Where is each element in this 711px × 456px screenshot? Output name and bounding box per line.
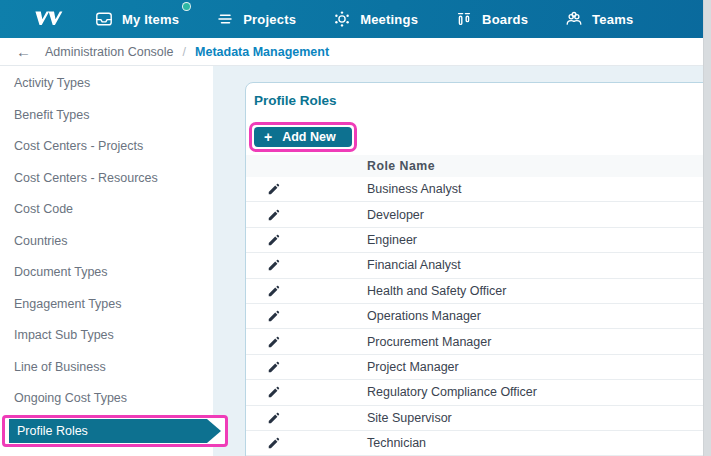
nav-item-boards[interactable]: Boards xyxy=(455,10,528,28)
boards-icon xyxy=(455,10,473,28)
edit-pencil-icon[interactable] xyxy=(267,182,281,196)
edit-pencil-icon[interactable] xyxy=(267,233,281,247)
sidebar-item-document-types[interactable]: Document Types xyxy=(0,257,213,289)
table-row[interactable]: Business Analyst xyxy=(246,177,711,202)
sidebar-item-cost-centers-resources[interactable]: Cost Centers - Resources xyxy=(0,163,213,195)
sidebar-item-line-of-business[interactable]: Line of Business xyxy=(0,352,213,384)
meetings-icon xyxy=(333,10,351,28)
add-new-button[interactable]: + Add New xyxy=(254,127,352,147)
edit-pencil-icon[interactable] xyxy=(267,208,281,222)
list-icon xyxy=(216,10,234,28)
edit-pencil-icon[interactable] xyxy=(267,309,281,323)
table-row[interactable]: Technician xyxy=(246,431,711,456)
table-row[interactable]: Project Manager xyxy=(246,355,711,380)
role-name: Project Manager xyxy=(367,360,459,374)
role-name: Health and Safety Officer xyxy=(367,284,506,298)
table-row[interactable]: Engineer xyxy=(246,228,711,253)
sidebar-item-profile-roles-selected[interactable]: Profile Roles xyxy=(9,419,221,443)
sidebar-item-cost-centers-projects[interactable]: Cost Centers - Projects xyxy=(0,131,213,163)
nav-label: My Items xyxy=(122,12,179,27)
role-name: Procurement Manager xyxy=(367,335,491,349)
back-arrow-icon[interactable]: ← xyxy=(16,43,31,60)
edit-pencil-icon[interactable] xyxy=(267,258,281,272)
table-row[interactable]: Financial Analyst xyxy=(246,253,711,278)
table-row[interactable]: Developer xyxy=(246,202,711,227)
role-name: Business Analyst xyxy=(367,182,462,196)
nav-label: Meetings xyxy=(360,12,418,27)
edit-pencil-icon[interactable] xyxy=(267,360,281,374)
panel-title: Profile Roles xyxy=(254,93,711,108)
add-new-highlight-box: + Add New xyxy=(249,122,357,152)
notification-dot xyxy=(182,2,191,11)
sidebar-item-countries[interactable]: Countries xyxy=(0,226,213,258)
window-edge-strip xyxy=(703,0,711,456)
wrike-logo[interactable] xyxy=(33,10,63,29)
nav-label: Boards xyxy=(482,12,528,27)
table-row[interactable]: Health and Safety Officer xyxy=(246,279,711,304)
breadcrumb-separator: / xyxy=(183,45,186,59)
nav-label: Teams xyxy=(592,12,633,27)
edit-pencil-icon[interactable] xyxy=(267,335,281,349)
inbox-icon xyxy=(95,10,113,28)
role-name: Engineer xyxy=(367,233,417,247)
table-row[interactable]: Operations Manager xyxy=(246,304,711,329)
profile-roles-panel: Profile Roles + Add New Role Name Busine… xyxy=(245,82,711,456)
nav-item-teams[interactable]: Teams xyxy=(565,10,633,28)
column-header-role-name: Role Name xyxy=(246,159,435,173)
role-name: Site Supervisor xyxy=(367,411,452,425)
metadata-sidebar: Activity Types Benefit Types Cost Center… xyxy=(0,66,213,456)
sidebar-item-ongoing-cost-types[interactable]: Ongoing Cost Types xyxy=(0,383,213,415)
sidebar-item-activity-types[interactable]: Activity Types xyxy=(0,68,213,100)
nav-item-projects[interactable]: Projects xyxy=(216,10,296,28)
profile-roles-highlight-box: Profile Roles xyxy=(2,415,228,447)
sidebar-item-engagement-types[interactable]: Engagement Types xyxy=(0,289,213,321)
sidebar-item-benefit-types[interactable]: Benefit Types xyxy=(0,100,213,132)
sidebar-item-impact-sub-types[interactable]: Impact Sub Types xyxy=(0,320,213,352)
table-row[interactable]: Site Supervisor xyxy=(246,406,711,431)
nav-label: Projects xyxy=(243,12,296,27)
edit-pencil-icon[interactable] xyxy=(267,411,281,425)
edit-pencil-icon[interactable] xyxy=(267,385,281,399)
table-header-row: Role Name xyxy=(246,155,711,177)
teams-icon xyxy=(565,10,583,28)
sidebar-item-cost-code[interactable]: Cost Code xyxy=(0,194,213,226)
nav-item-meetings[interactable]: Meetings xyxy=(333,10,418,28)
role-name: Operations Manager xyxy=(367,309,481,323)
role-name: Technician xyxy=(367,436,426,450)
role-name: Developer xyxy=(367,208,424,222)
role-name: Financial Analyst xyxy=(367,258,461,272)
nav-item-my-items[interactable]: My Items xyxy=(95,10,179,28)
role-name: Regulatory Compliance Officer xyxy=(367,385,537,399)
top-navigation-bar: My Items Projects xyxy=(0,0,711,38)
plus-icon: + xyxy=(264,130,272,144)
add-new-label: Add New xyxy=(282,130,335,144)
breadcrumb-current: Metadata Management xyxy=(195,45,329,59)
table-row[interactable]: Procurement Manager xyxy=(246,329,711,354)
breadcrumb: ← Administration Console / Metadata Mana… xyxy=(0,38,711,66)
edit-pencil-icon[interactable] xyxy=(267,436,281,450)
breadcrumb-parent[interactable]: Administration Console xyxy=(45,45,174,59)
edit-pencil-icon[interactable] xyxy=(267,284,281,298)
table-row[interactable]: Regulatory Compliance Officer xyxy=(246,380,711,405)
